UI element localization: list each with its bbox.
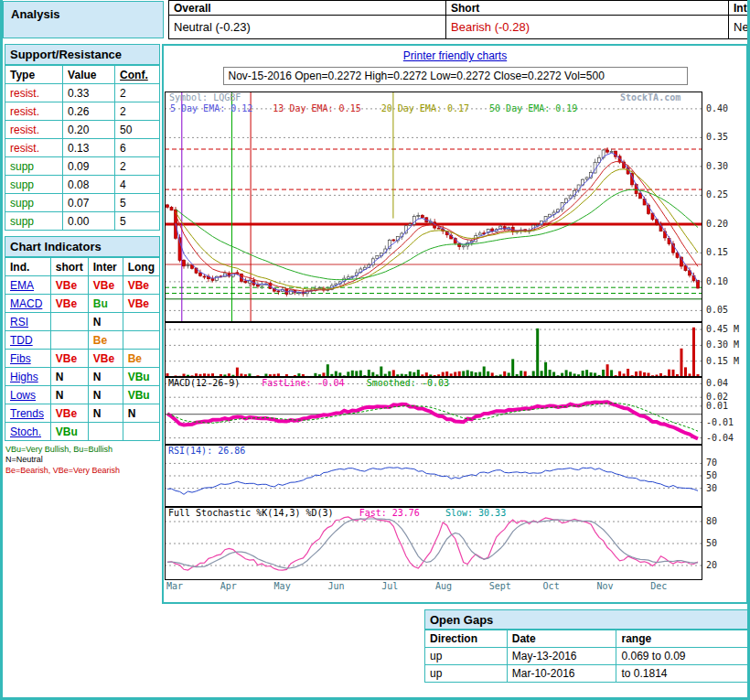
- indicator-signal: N: [88, 368, 123, 386]
- sr-row: resist.0.262: [5, 102, 160, 121]
- sr-value: 0.33: [63, 84, 115, 102]
- y-axis-label: -0.01: [706, 417, 734, 427]
- indicators-col-long: Long: [123, 258, 159, 276]
- indicator-link-tdd[interactable]: TDD: [10, 334, 33, 347]
- sr-value: 0.07: [63, 194, 115, 212]
- analysis-summary-table: Overall Short Inte Neutral (-0.23) Beari…: [168, 0, 750, 39]
- sr-conf: 50: [115, 121, 160, 139]
- price-chart-canvas: [165, 92, 702, 322]
- open-gaps-title: Open Gaps: [424, 609, 750, 630]
- indicator-signal: VBe: [50, 350, 88, 368]
- sidebar: Support/Resistance Type Value Conf. resi…: [5, 44, 160, 476]
- ema-legend: 5 Day EMA: 0.12 13 Day EMA: 0.15 20 Day …: [170, 103, 592, 113]
- month-label: Mar: [166, 581, 183, 591]
- quote-text: Nov-15-2016 Open=0.2272 High=0.2272 Low=…: [229, 70, 605, 82]
- indicator-signal: VBe: [123, 276, 159, 295]
- gap-direction: up: [425, 648, 508, 665]
- stochastic-labels: Full Stochastic %K(14,3) %D(3) Fast: 23.…: [168, 508, 526, 518]
- volume-pane: 0.45 M0.30 M0.15 M: [165, 322, 745, 377]
- sr-value: 0.26: [63, 102, 115, 121]
- indicator-link-macd[interactable]: MACD: [10, 297, 42, 310]
- indicator-signal: VBu: [50, 423, 88, 441]
- indicator-signal: VBe: [88, 276, 123, 295]
- gap-range: to 0.1814: [616, 665, 750, 683]
- legend-bullish: VBu=Very Bullish, Bu=Bullish: [5, 445, 160, 455]
- ema-legend-20day: 20 Day EMA: 0.17: [381, 103, 469, 113]
- sr-conf: 5: [115, 212, 160, 231]
- indicator-link-lows[interactable]: Lows: [10, 389, 36, 402]
- sr-type: resist.: [5, 102, 63, 121]
- indicator-signal: [123, 331, 159, 350]
- indicator-row: LowsNNVBu: [5, 386, 160, 404]
- sr-type: supp: [5, 176, 63, 194]
- indicator-link-fibs[interactable]: Fibs: [10, 352, 31, 365]
- summary-header-row: Overall Short Inte: [169, 1, 750, 16]
- sr-type: supp: [5, 212, 63, 231]
- gaps-col-date: Date: [507, 630, 616, 648]
- macd-smoothed-label: Smoothed: -0.03: [367, 378, 449, 388]
- stochastic-pane: Full Stochastic %K(14,3) %D(3) Fast: 23.…: [165, 507, 745, 580]
- y-axis-label: 0.10: [706, 276, 728, 286]
- ema-legend-50day: 50 Day EMA: 0.19: [489, 103, 577, 113]
- y-axis-label: 0.01: [706, 401, 728, 411]
- chart-panel: Printer friendly charts Nov-15-2016 Open…: [162, 44, 748, 604]
- x-axis-months: MarAprMayJunJulAugSeptOctNovDec: [165, 580, 745, 595]
- indicator-signal: VBe: [123, 295, 159, 313]
- sr-row: supp0.075: [5, 194, 160, 212]
- sr-type: supp: [5, 157, 63, 176]
- indicators-col-short: short: [50, 258, 88, 276]
- y-axis-label: 0.30 M: [706, 339, 739, 350]
- y-axis-label: 0.04: [706, 378, 728, 388]
- y-axis-label: 0.35: [706, 132, 728, 142]
- y-axis-label: -0.04: [706, 433, 734, 443]
- y-axis-label: 0.20: [706, 219, 728, 229]
- quote-box: Nov-15-2016 Open=0.2272 High=0.2272 Low=…: [223, 67, 688, 85]
- macd-pane: MACD(12-26-9) FastLine: -0.04 Smoothed: …: [165, 377, 745, 445]
- month-label: Jul: [381, 581, 398, 591]
- stochastic-chart-canvas: [165, 507, 702, 580]
- indicator-row: MACDVBeBuVBe: [5, 295, 160, 313]
- sr-col-conf-link[interactable]: Conf.: [115, 66, 160, 84]
- gaps-header-row: Direction Date range: [425, 630, 750, 648]
- indicator-signal: VBe: [50, 295, 88, 313]
- month-label: Nov: [596, 581, 613, 591]
- stockta-watermark: StockTA.com: [620, 92, 680, 102]
- indicator-signal: Bu: [88, 295, 123, 313]
- gaps-col-direction: Direction: [425, 630, 508, 648]
- sr-row: supp0.084: [5, 176, 160, 194]
- indicator-link-ema[interactable]: EMA: [10, 279, 34, 292]
- month-label: Aug: [435, 581, 452, 591]
- rsi-pane: RSI(14): 26.86 705030: [165, 445, 745, 507]
- indicator-row: EMAVBeVBeVBe: [5, 276, 160, 295]
- printer-friendly-link[interactable]: Printer friendly charts: [403, 49, 507, 62]
- month-label: Apr: [220, 581, 237, 591]
- sr-conf: 2: [115, 102, 160, 121]
- legend-neutral: N=Neutral: [5, 455, 160, 465]
- summary-overall-value: Neutral (-0.23): [169, 16, 446, 39]
- indicator-row: HighsNNVBu: [5, 368, 160, 386]
- indicator-row: RSIN: [5, 313, 160, 331]
- indicators-header-row: Ind. short Inter Long: [5, 258, 160, 276]
- y-axis-label: 0.45 M: [706, 324, 739, 334]
- gaps-col-range: range: [616, 630, 750, 648]
- y-axis-label: 50: [706, 470, 717, 480]
- y-axis-label: 0.25: [706, 189, 728, 199]
- stoch-slow-label: Slow: 30.33: [445, 508, 506, 518]
- y-axis-label: 0.30: [706, 161, 728, 171]
- sr-value: 0.09: [63, 157, 115, 176]
- stoch-fast-label: Fast: 23.76: [359, 508, 420, 518]
- indicator-signal: N: [88, 404, 123, 423]
- indicator-signal: N: [88, 313, 123, 331]
- indicator-link-trends[interactable]: Trends: [10, 407, 44, 420]
- indicator-link-rsi[interactable]: RSI: [10, 316, 28, 328]
- support-resistance-title: Support/Resistance: [5, 44, 160, 65]
- summary-header-overall: Overall: [169, 1, 446, 16]
- y-axis-label: 70: [706, 458, 717, 468]
- sr-value: 0.13: [63, 139, 115, 157]
- macd-labels: MACD(12-26-9) FastLine: -0.04 Smoothed: …: [168, 378, 466, 388]
- indicator-link-stoch[interactable]: Stoch.: [10, 425, 41, 438]
- indicator-signal: N: [123, 404, 159, 423]
- indicator-signal: [123, 423, 159, 441]
- indicator-link-highs[interactable]: Highs: [10, 371, 38, 383]
- sr-conf: 5: [115, 194, 160, 212]
